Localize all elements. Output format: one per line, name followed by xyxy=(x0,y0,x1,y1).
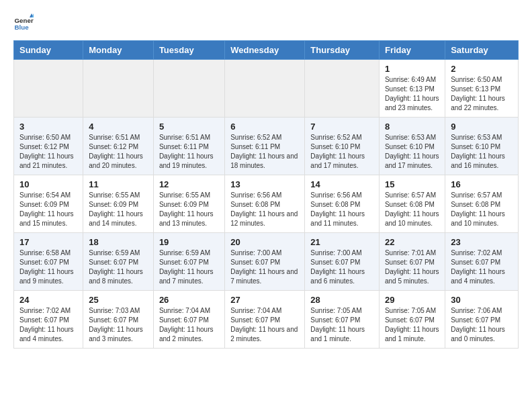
calendar-cell: 11Sunrise: 6:55 AMSunset: 6:09 PMDayligh… xyxy=(83,175,154,233)
day-info: Sunrise: 7:00 AMSunset: 6:07 PMDaylight:… xyxy=(230,248,299,286)
day-info: Sunrise: 7:02 AMSunset: 6:07 PMDaylight:… xyxy=(19,306,77,344)
calendar-cell: 30Sunrise: 7:06 AMSunset: 6:07 PMDayligh… xyxy=(445,291,519,349)
calendar-cell: 2Sunrise: 6:50 AMSunset: 6:13 PMDaylight… xyxy=(445,60,519,118)
day-info: Sunrise: 6:49 AMSunset: 6:13 PMDaylight:… xyxy=(385,75,439,113)
day-number: 3 xyxy=(19,122,77,132)
day-info: Sunrise: 7:05 AMSunset: 6:07 PMDaylight:… xyxy=(310,306,373,344)
weekday-header-friday: Friday xyxy=(379,41,445,60)
calendar-cell: 28Sunrise: 7:05 AMSunset: 6:07 PMDayligh… xyxy=(305,291,380,349)
calendar-cell: 15Sunrise: 6:57 AMSunset: 6:08 PMDayligh… xyxy=(379,175,445,233)
day-info: Sunrise: 6:57 AMSunset: 6:08 PMDaylight:… xyxy=(385,191,439,228)
calendar-cell: 13Sunrise: 6:56 AMSunset: 6:08 PMDayligh… xyxy=(225,175,305,233)
calendar-cell xyxy=(14,60,83,118)
calendar-cell: 18Sunrise: 6:59 AMSunset: 6:07 PMDayligh… xyxy=(83,233,154,291)
day-number: 2 xyxy=(451,64,513,74)
day-info: Sunrise: 6:55 AMSunset: 6:09 PMDaylight:… xyxy=(159,191,219,228)
weekday-header-monday: Monday xyxy=(83,41,154,60)
day-number: 1 xyxy=(385,64,439,74)
calendar-cell: 26Sunrise: 7:04 AMSunset: 6:07 PMDayligh… xyxy=(153,291,224,349)
day-number: 7 xyxy=(310,122,373,132)
calendar-cell: 7Sunrise: 6:52 AMSunset: 6:10 PMDaylight… xyxy=(305,118,380,175)
day-number: 21 xyxy=(310,237,373,247)
calendar-week-row: 10Sunrise: 6:54 AMSunset: 6:09 PMDayligh… xyxy=(14,175,519,233)
day-info: Sunrise: 6:56 AMSunset: 6:08 PMDaylight:… xyxy=(230,191,299,228)
calendar-cell: 27Sunrise: 7:04 AMSunset: 6:07 PMDayligh… xyxy=(225,291,305,349)
day-number: 18 xyxy=(89,237,148,247)
calendar-cell: 10Sunrise: 6:54 AMSunset: 6:09 PMDayligh… xyxy=(14,175,83,233)
day-info: Sunrise: 7:01 AMSunset: 6:07 PMDaylight:… xyxy=(385,248,439,286)
logo: General Blue xyxy=(13,13,36,34)
day-number: 15 xyxy=(385,179,439,189)
day-number: 16 xyxy=(451,179,513,189)
day-number: 4 xyxy=(89,122,148,132)
calendar-cell xyxy=(83,60,154,118)
day-info: Sunrise: 6:59 AMSunset: 6:07 PMDaylight:… xyxy=(159,248,219,286)
day-number: 28 xyxy=(310,295,373,305)
calendar-cell: 25Sunrise: 7:03 AMSunset: 6:07 PMDayligh… xyxy=(83,291,154,349)
calendar-cell xyxy=(153,60,224,118)
svg-text:General: General xyxy=(15,17,34,24)
day-number: 14 xyxy=(310,179,373,189)
weekday-header-row: SundayMondayTuesdayWednesdayThursdayFrid… xyxy=(14,41,519,60)
day-info: Sunrise: 6:57 AMSunset: 6:08 PMDaylight:… xyxy=(451,191,513,228)
weekday-header-saturday: Saturday xyxy=(445,41,519,60)
day-number: 11 xyxy=(89,179,148,189)
day-number: 10 xyxy=(19,179,77,189)
day-number: 30 xyxy=(451,295,513,305)
logo-icon: General Blue xyxy=(13,13,34,34)
calendar-cell: 24Sunrise: 7:02 AMSunset: 6:07 PMDayligh… xyxy=(14,291,83,349)
calendar-cell: 23Sunrise: 7:02 AMSunset: 6:07 PMDayligh… xyxy=(445,233,519,291)
calendar-cell: 29Sunrise: 7:05 AMSunset: 6:07 PMDayligh… xyxy=(379,291,445,349)
calendar-cell: 16Sunrise: 6:57 AMSunset: 6:08 PMDayligh… xyxy=(445,175,519,233)
day-number: 8 xyxy=(385,122,439,132)
calendar-cell: 4Sunrise: 6:51 AMSunset: 6:12 PMDaylight… xyxy=(83,118,154,175)
day-info: Sunrise: 7:02 AMSunset: 6:07 PMDaylight:… xyxy=(451,248,513,286)
day-info: Sunrise: 7:04 AMSunset: 6:07 PMDaylight:… xyxy=(159,306,219,344)
day-info: Sunrise: 7:03 AMSunset: 6:07 PMDaylight:… xyxy=(89,306,148,344)
weekday-header-tuesday: Tuesday xyxy=(153,41,224,60)
day-info: Sunrise: 7:06 AMSunset: 6:07 PMDaylight:… xyxy=(451,306,513,344)
day-number: 23 xyxy=(451,237,513,247)
day-info: Sunrise: 6:58 AMSunset: 6:07 PMDaylight:… xyxy=(19,248,77,286)
day-number: 29 xyxy=(385,295,439,305)
day-number: 17 xyxy=(19,237,77,247)
calendar-cell: 1Sunrise: 6:49 AMSunset: 6:13 PMDaylight… xyxy=(379,60,445,118)
day-info: Sunrise: 6:53 AMSunset: 6:10 PMDaylight:… xyxy=(385,133,439,171)
weekday-header-thursday: Thursday xyxy=(305,41,380,60)
calendar-cell xyxy=(225,60,305,118)
day-number: 26 xyxy=(159,295,219,305)
day-info: Sunrise: 6:54 AMSunset: 6:09 PMDaylight:… xyxy=(19,191,77,228)
calendar-table: SundayMondayTuesdayWednesdayThursdayFrid… xyxy=(13,40,519,349)
day-number: 19 xyxy=(159,237,219,247)
calendar-cell xyxy=(305,60,380,118)
day-info: Sunrise: 6:59 AMSunset: 6:07 PMDaylight:… xyxy=(89,248,148,286)
day-number: 5 xyxy=(159,122,219,132)
day-info: Sunrise: 6:51 AMSunset: 6:11 PMDaylight:… xyxy=(159,133,219,171)
weekday-header-sunday: Sunday xyxy=(14,41,83,60)
calendar-body: 1Sunrise: 6:49 AMSunset: 6:13 PMDaylight… xyxy=(14,60,519,349)
day-number: 12 xyxy=(159,179,219,189)
calendar-cell: 19Sunrise: 6:59 AMSunset: 6:07 PMDayligh… xyxy=(153,233,224,291)
svg-text:Blue: Blue xyxy=(15,24,30,31)
calendar-cell: 5Sunrise: 6:51 AMSunset: 6:11 PMDaylight… xyxy=(153,118,224,175)
calendar-cell: 6Sunrise: 6:52 AMSunset: 6:11 PMDaylight… xyxy=(225,118,305,175)
calendar-cell: 12Sunrise: 6:55 AMSunset: 6:09 PMDayligh… xyxy=(153,175,224,233)
calendar-cell: 14Sunrise: 6:56 AMSunset: 6:08 PMDayligh… xyxy=(305,175,380,233)
day-info: Sunrise: 6:50 AMSunset: 6:12 PMDaylight:… xyxy=(19,133,77,171)
day-number: 13 xyxy=(230,179,299,189)
calendar-cell: 20Sunrise: 7:00 AMSunset: 6:07 PMDayligh… xyxy=(225,233,305,291)
day-info: Sunrise: 6:56 AMSunset: 6:08 PMDaylight:… xyxy=(310,191,373,228)
day-info: Sunrise: 6:50 AMSunset: 6:13 PMDaylight:… xyxy=(451,75,513,113)
page-header: General Blue xyxy=(13,13,519,34)
day-info: Sunrise: 6:51 AMSunset: 6:12 PMDaylight:… xyxy=(89,133,148,171)
day-info: Sunrise: 7:05 AMSunset: 6:07 PMDaylight:… xyxy=(385,306,439,344)
day-number: 25 xyxy=(89,295,148,305)
calendar-cell: 17Sunrise: 6:58 AMSunset: 6:07 PMDayligh… xyxy=(14,233,83,291)
calendar-cell: 3Sunrise: 6:50 AMSunset: 6:12 PMDaylight… xyxy=(14,118,83,175)
calendar-week-row: 1Sunrise: 6:49 AMSunset: 6:13 PMDaylight… xyxy=(14,60,519,118)
day-info: Sunrise: 7:04 AMSunset: 6:07 PMDaylight:… xyxy=(230,306,299,344)
day-number: 24 xyxy=(19,295,77,305)
day-info: Sunrise: 7:00 AMSunset: 6:07 PMDaylight:… xyxy=(310,248,373,286)
day-number: 22 xyxy=(385,237,439,247)
day-number: 6 xyxy=(230,122,299,132)
